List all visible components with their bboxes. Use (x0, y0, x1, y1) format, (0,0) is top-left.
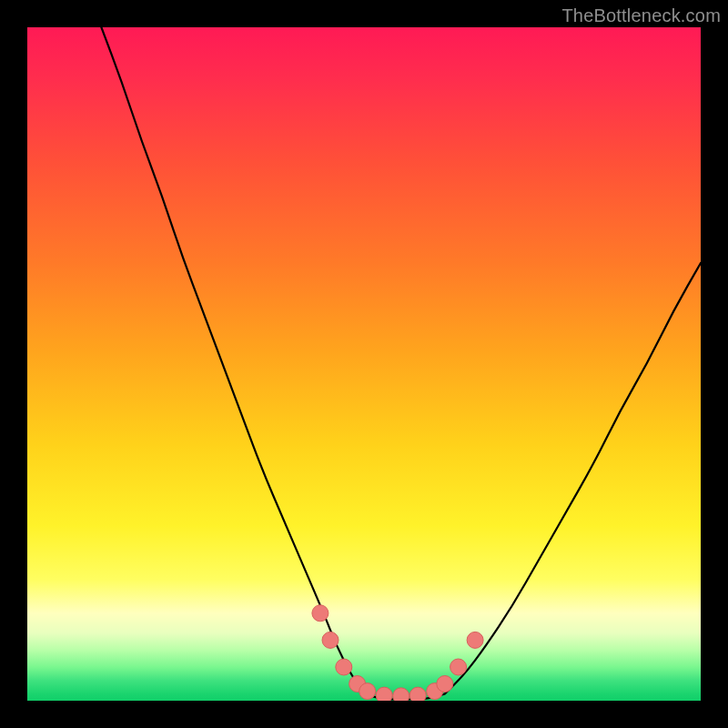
trough-marker (410, 687, 426, 701)
trough-marker (393, 688, 410, 701)
trough-marker (312, 605, 329, 622)
watermark-text: TheBottleneck.com (561, 5, 721, 26)
trough-marker (450, 659, 467, 675)
plot-area (27, 27, 701, 701)
curve-layer (27, 27, 701, 701)
chart-frame: TheBottleneck.com (0, 0, 728, 728)
trough-marker (437, 676, 453, 693)
trough-marker (336, 659, 352, 675)
trough-marker (322, 632, 339, 648)
trough-marker (359, 683, 376, 700)
curve-path (101, 27, 701, 700)
trough-markers (312, 605, 483, 701)
trough-marker (376, 687, 392, 701)
trough-marker (467, 632, 483, 648)
bottleneck-curve (101, 27, 701, 700)
